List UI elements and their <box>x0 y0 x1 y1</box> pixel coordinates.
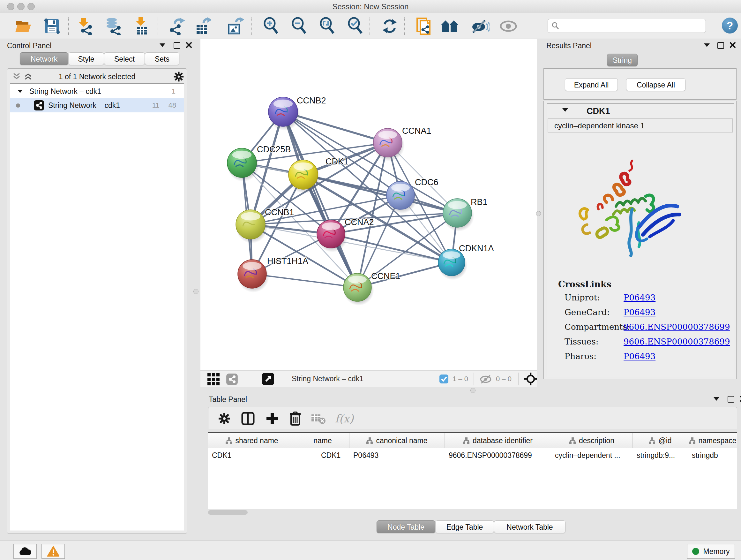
network-node-label: CDC25B <box>257 145 291 154</box>
help-button[interactable]: ? <box>722 17 738 34</box>
table-options-gear-icon[interactable] <box>216 410 232 427</box>
export-table-icon[interactable] <box>193 17 212 36</box>
export-network-icon[interactable] <box>167 17 186 36</box>
float-panel-icon[interactable] <box>159 44 165 47</box>
close-panel-icon[interactable] <box>740 395 741 402</box>
maximize-panel-icon[interactable] <box>174 42 180 49</box>
column-header-id[interactable]: @id <box>633 433 688 448</box>
entry-description: cyclin–dependent kinase 1 <box>554 121 645 130</box>
column-header-name[interactable]: name <box>296 433 349 448</box>
search-field[interactable] <box>548 19 706 33</box>
network-badge-icon[interactable] <box>226 373 238 385</box>
crosslink-pharos-link[interactable]: P06493 <box>623 352 656 361</box>
tree-expand-icon[interactable] <box>18 90 22 93</box>
memory-button[interactable]: Memory <box>687 544 735 559</box>
expand-all-button[interactable]: Expand All <box>565 78 618 91</box>
zoom-selected-icon[interactable] <box>346 17 364 36</box>
network-view-toolbar: String Network – cdk1 1 – 0 0 – 0 <box>200 370 537 387</box>
import-table-icon[interactable] <box>132 17 151 36</box>
first-neighbors-icon[interactable] <box>441 17 459 36</box>
collapse-entry-icon[interactable] <box>562 108 568 112</box>
tab-network-table[interactable]: Network Table <box>494 520 565 533</box>
column-network-icon <box>649 437 655 444</box>
crosslink-compartments-link[interactable]: 9606.ENSP00000378699 <box>623 322 730 332</box>
status-bar: Memory <box>0 540 741 560</box>
column-header-namespace[interactable]: namespace <box>688 433 737 448</box>
table-toolbar: f(x) <box>208 407 737 429</box>
network-node-CCNB2[interactable]: CCNB2 <box>268 96 326 131</box>
entry-header[interactable]: CDK1 <box>547 104 734 118</box>
crosslink-label: Tissues: <box>564 337 599 347</box>
column-network-icon <box>463 437 469 444</box>
clone-network-icon[interactable] <box>415 17 433 36</box>
crosslink-tissues-link[interactable]: 9606.ENSP00000378699 <box>623 337 730 347</box>
tab-string[interactable]: String <box>607 54 637 66</box>
show-columns-icon[interactable] <box>240 410 256 427</box>
network-node-RB1[interactable]: RB1 <box>443 197 488 232</box>
detach-view-icon[interactable] <box>262 373 274 385</box>
network-node-CDC6[interactable]: CDC6 <box>387 178 439 213</box>
column-header-canonical-name[interactable]: canonical name <box>349 433 445 448</box>
float-panel-icon[interactable] <box>714 397 719 401</box>
create-column-icon[interactable] <box>264 410 280 427</box>
network-graph[interactable]: CCNB2CCNA1CDC25BCDK1CDC6RB1CCNB1CCNA2CDK… <box>200 39 537 370</box>
hide-selected-icon[interactable] <box>471 17 489 36</box>
tab-node-table[interactable]: Node Table <box>377 520 435 533</box>
search-input[interactable] <box>559 21 695 30</box>
import-network-from-database-icon[interactable] <box>104 17 123 36</box>
tab-edge-table[interactable]: Edge Table <box>435 520 494 533</box>
open-session-icon[interactable] <box>14 17 32 36</box>
bottom-splitter-handle[interactable] <box>470 388 475 393</box>
close-panel-icon[interactable] <box>186 42 192 48</box>
table-panel-title: Table Panel <box>209 395 247 404</box>
export-image-icon[interactable] <box>226 17 245 36</box>
birds-eye-view-icon[interactable] <box>207 373 219 385</box>
network-collection-row[interactable]: String Network – cdk1 1 <box>10 84 184 98</box>
zoom-fit-icon[interactable] <box>318 17 336 36</box>
tab-network[interactable]: Network <box>20 52 68 65</box>
gear-icon[interactable] <box>173 71 184 82</box>
network-node-CDKN1A[interactable]: CDKN1A <box>438 244 494 280</box>
network-node-HIST1H1A[interactable]: HIST1H1A <box>238 256 308 293</box>
function-builder-icon[interactable]: f(x) <box>332 410 357 427</box>
pan-crosshair-icon[interactable] <box>524 372 537 386</box>
collapse-all-button[interactable]: Collapse All <box>626 78 685 91</box>
left-splitter-handle[interactable] <box>193 289 199 294</box>
show-all-icon[interactable] <box>499 17 518 36</box>
network-node-CCNB1[interactable]: CCNB1 <box>236 207 294 243</box>
tab-sets[interactable]: Sets <box>145 52 179 65</box>
crosslink-genecard-link[interactable]: P06493 <box>623 307 656 317</box>
zoom-out-icon[interactable] <box>290 17 308 36</box>
maximize-panel-icon[interactable] <box>728 396 734 402</box>
network-node-CCNA1[interactable]: CCNA1 <box>374 126 431 161</box>
network-view-canvas[interactable]: CCNB2CCNA1CDC25BCDK1CDC6RB1CCNB1CCNA2CDK… <box>200 39 537 370</box>
column-header-shared-name[interactable]: shared name <box>208 433 296 448</box>
column-header-description[interactable]: description <box>551 433 633 448</box>
network-status-dot <box>16 104 20 108</box>
column-header-database-identifier[interactable]: database identifier <box>445 433 551 448</box>
save-session-icon[interactable] <box>43 17 61 36</box>
tab-select[interactable]: Select <box>104 52 145 65</box>
close-panel-icon[interactable] <box>730 42 736 48</box>
warning-status-button[interactable] <box>42 544 65 559</box>
delete-column-trash-icon[interactable] <box>287 410 304 427</box>
zoom-in-icon[interactable] <box>262 17 280 36</box>
network-row-selected[interactable]: String Network – cdk1 11 48 <box>10 98 184 112</box>
float-panel-icon[interactable] <box>704 44 710 47</box>
import-network-icon[interactable] <box>76 17 94 36</box>
apply-layout-icon[interactable] <box>381 17 399 36</box>
table-row[interactable]: CDK1 CDK1 P06493 9606.ENSP00000378699 cy… <box>208 448 737 462</box>
maximize-panel-icon[interactable] <box>718 42 724 49</box>
selected-checkbox-icon[interactable] <box>439 374 449 384</box>
crosslink-label: Pharos: <box>564 352 596 361</box>
hidden-eye-icon[interactable] <box>479 374 492 384</box>
network-node-CCNE1[interactable]: CCNE1 <box>343 271 401 306</box>
title-bar: Session: New Session <box>0 0 741 13</box>
network-node-CDK1[interactable]: CDK1 <box>288 157 348 193</box>
tab-style[interactable]: Style <box>68 52 104 65</box>
delete-table-icon[interactable] <box>310 410 327 427</box>
network-node-label: CCNE1 <box>371 271 401 281</box>
horizontal-scrollbar-thumb[interactable] <box>208 510 248 515</box>
crosslink-uniprot-link[interactable]: P06493 <box>623 293 656 302</box>
cloud-status-button[interactable] <box>13 544 37 559</box>
